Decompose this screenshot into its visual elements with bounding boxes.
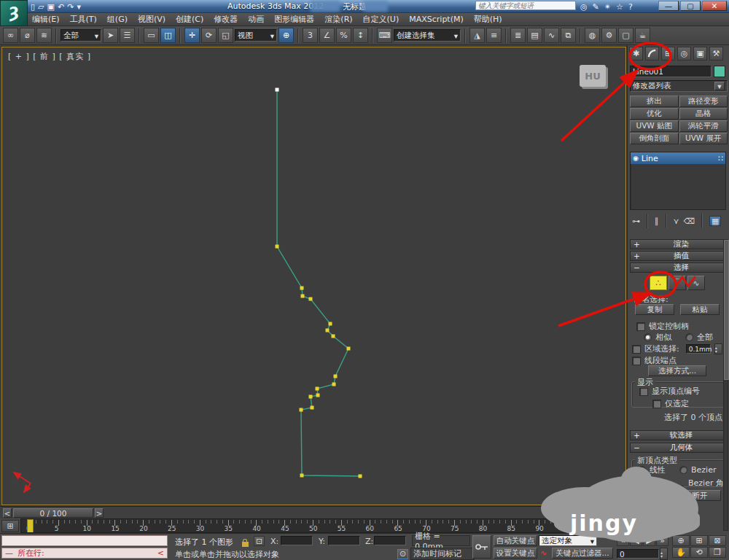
new-file-icon[interactable]: ▯: [31, 2, 35, 12]
segment-end-checkbox[interactable]: [632, 357, 641, 365]
panel-scrollbar[interactable]: [723, 239, 728, 531]
unlink-selection-button[interactable]: ⌀: [20, 28, 35, 43]
alike-radio[interactable]: [644, 333, 652, 341]
paste-button[interactable]: 粘贴: [680, 304, 720, 315]
lock-handles-checkbox[interactable]: [636, 322, 645, 331]
tab-hierarchy[interactable]: ⊞: [661, 47, 675, 61]
z-coordinate-field[interactable]: [374, 536, 406, 545]
keyboard-shortcut-override-button[interactable]: ⌨: [377, 28, 392, 43]
redo-icon[interactable]: ↷: [67, 2, 74, 12]
communication-center-icon[interactable]: ✴: [604, 2, 611, 12]
menu-tools[interactable]: 工具(T): [70, 14, 97, 25]
set-key-button[interactable]: 设置关键点: [494, 548, 537, 559]
minimize-button[interactable]: —: [658, 1, 679, 11]
layer-manager-button[interactable]: ≣: [510, 28, 526, 43]
menu-customize[interactable]: 自定义(U): [363, 14, 399, 25]
use-pivot-center-button[interactable]: ⊕: [278, 28, 294, 43]
select-and-link-button[interactable]: ∞: [3, 28, 18, 43]
object-name-field[interactable]: Line001: [630, 66, 712, 77]
schematic-view-button[interactable]: ⧉: [561, 28, 576, 43]
curve-editor-button[interactable]: ∿: [544, 28, 559, 43]
orbit-button[interactable]: ⟲: [690, 547, 708, 558]
go-to-start-button[interactable]: «: [617, 535, 629, 546]
x-coordinate-field[interactable]: [281, 536, 313, 545]
selection-lock-icon[interactable]: [242, 542, 249, 547]
object-color-swatch[interactable]: [714, 66, 725, 77]
frame-spinner[interactable]: ▴ ▾: [660, 548, 668, 560]
maximize-viewport-toggle[interactable]: ❒: [709, 547, 726, 558]
rollout-geometry[interactable]: − 几何体: [630, 443, 726, 453]
close-button[interactable]: ✕: [702, 1, 727, 11]
select-and-move-button[interactable]: ✛: [184, 28, 200, 43]
modifier-turbosmooth-button[interactable]: 涡轮平滑: [679, 120, 728, 132]
snap-toggle-3d-button[interactable]: 3: [303, 28, 318, 43]
selection-filter-dropdown[interactable]: 全部 ▾: [61, 29, 101, 42]
select-object-button[interactable]: ➤: [103, 28, 118, 43]
configure-modifier-sets-icon[interactable]: ▦: [709, 216, 721, 226]
percent-snap-button[interactable]: %: [336, 28, 351, 43]
pin-stack-icon[interactable]: ⊶: [632, 217, 640, 226]
zoom-extents-button[interactable]: ⊠: [709, 535, 726, 546]
track-bar-ruler[interactable]: 0510152025303540455055606570758085909510…: [20, 518, 627, 533]
menu-views[interactable]: 视图(V): [138, 14, 165, 25]
render-production-button[interactable]: ☕: [635, 28, 650, 43]
bezier-radio[interactable]: [679, 466, 687, 474]
menu-help[interactable]: 帮助(H): [474, 14, 502, 25]
sub-object-vertex-button[interactable]: ∴: [650, 276, 667, 290]
modifier-path-deform-button[interactable]: 路径变形: [679, 96, 728, 107]
panel-scrollbar-thumb[interactable]: [724, 240, 729, 380]
listener-expand-arrow[interactable]: <: [157, 548, 164, 558]
maxscript-listener-input[interactable]: [1, 535, 168, 546]
area-selection-value[interactable]: 0.1mm: [686, 344, 711, 354]
angle-snap-button[interactable]: ∠: [319, 28, 335, 43]
select-and-rotate-button[interactable]: ⟳: [201, 28, 217, 43]
time-slider-handle[interactable]: 0 / 100: [13, 508, 93, 518]
linear-radio[interactable]: [638, 466, 646, 474]
add-time-tag-row[interactable]: ⊙ 添加时间标记: [397, 548, 475, 560]
mini-curve-editor-button[interactable]: ⊞: [1, 520, 19, 532]
sub-object-spline-button[interactable]: ∿: [687, 276, 705, 290]
qat-customize-icon[interactable]: ▾: [77, 2, 81, 12]
select-and-scale-button[interactable]: ◱: [218, 28, 233, 43]
favorites-icon[interactable]: ☆: [616, 2, 623, 12]
y-coordinate-field[interactable]: [328, 536, 360, 545]
maximize-button[interactable]: ▢: [680, 1, 701, 11]
select-by-button[interactable]: 选择方式...: [648, 365, 706, 376]
key-filters-button[interactable]: 关键点过滤器...: [552, 548, 613, 559]
bind-to-space-warp-button[interactable]: ≋: [36, 28, 52, 43]
menu-edit[interactable]: 编辑(E): [32, 14, 60, 25]
align-button[interactable]: ≡: [486, 28, 502, 43]
tab-motion[interactable]: ◎: [677, 47, 691, 61]
graphite-ribbon-button[interactable]: ▤: [527, 28, 542, 43]
create-line-button[interactable]: 创建线: [631, 490, 674, 501]
break-button[interactable]: 断开: [679, 490, 721, 501]
menu-animation[interactable]: 动画: [248, 14, 264, 25]
remove-modifier-icon[interactable]: ⌫: [684, 217, 695, 226]
menu-graph-editors[interactable]: 图形编辑器: [274, 14, 314, 25]
menu-modifiers[interactable]: 修改器: [214, 14, 238, 25]
add-time-tag-bar[interactable]: 添加时间标记: [410, 548, 475, 560]
tab-utilities[interactable]: ⚒: [709, 47, 723, 61]
modifier-list-dropdown[interactable]: 修改器列表 ▾: [630, 80, 728, 92]
named-selection-set-dropdown[interactable]: 创建选择集 ▾: [394, 29, 461, 42]
copy-button[interactable]: 复制: [635, 304, 674, 315]
make-unique-icon[interactable]: ⋎: [674, 217, 679, 226]
window-crossing-toggle[interactable]: ◫: [160, 28, 176, 43]
menu-rendering[interactable]: 渲染(R): [324, 14, 352, 25]
current-frame-marker[interactable]: [27, 519, 34, 533]
viewport-label[interactable]: [ + ] [ 前 ] [ 真实 ]: [8, 51, 91, 62]
menu-maxscript[interactable]: MAXScript(M): [409, 15, 464, 24]
spinner-down-icon[interactable]: ▾: [715, 349, 722, 353]
show-vertex-numbers-checkbox[interactable]: [639, 387, 648, 396]
save-file-icon[interactable]: ▣: [47, 2, 55, 12]
all-radio[interactable]: [685, 333, 693, 341]
go-to-end-button[interactable]: »: [656, 535, 668, 546]
modifier-uvw-map-button[interactable]: UVW 贴图: [630, 120, 679, 132]
area-selection-spinner[interactable]: ▴ ▾: [714, 343, 722, 354]
modifier-unwrap-uvw-button[interactable]: UVW 展开: [679, 133, 728, 144]
spinner-down-icon[interactable]: ▾: [660, 554, 667, 558]
current-frame-field[interactable]: 0: [617, 549, 659, 559]
previous-frame-button[interactable]: ◀: [630, 535, 642, 546]
maxscript-listener-line[interactable]: — 所在行: <: [1, 548, 168, 559]
modifier-bevel-profile-button[interactable]: 倒角剖面: [630, 133, 679, 144]
